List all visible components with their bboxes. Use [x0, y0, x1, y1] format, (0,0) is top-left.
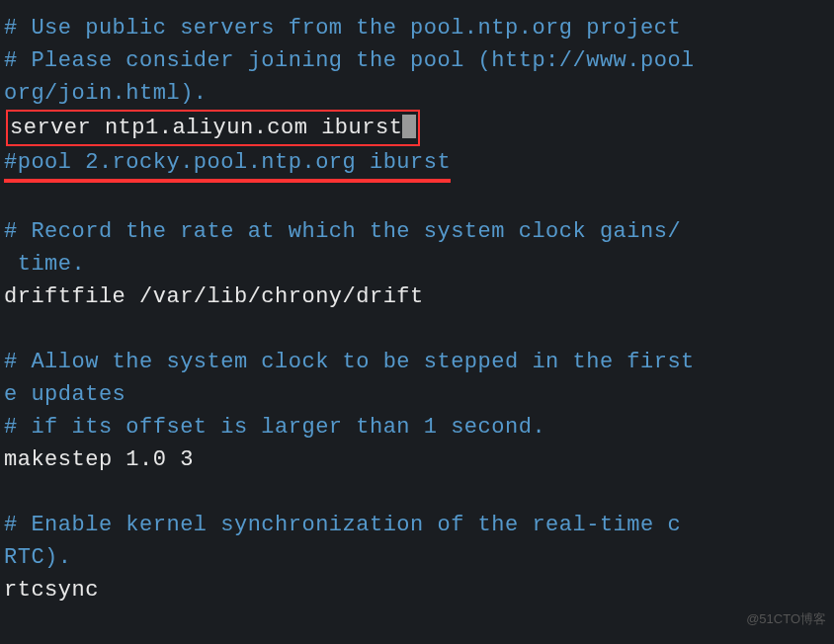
terminal-editor[interactable]: # Use public servers from the pool.ntp.o…: [4, 12, 830, 644]
config-comment-line: org/join.html).: [4, 77, 830, 110]
blank-line: [4, 183, 830, 215]
config-comment-line: e updates: [4, 378, 830, 411]
underline-annotation: #pool 2.rocky.pool.ntp.org iburst: [4, 146, 451, 183]
blank-line: [4, 606, 830, 639]
config-comment-line: # Enable hardware timestamping on all in…: [4, 639, 830, 644]
config-makestep-line: makestep 1.0 3: [4, 443, 830, 476]
blank-line: [4, 476, 830, 509]
blank-line: [4, 313, 830, 346]
config-rtcsync-line: rtcsync: [4, 574, 830, 606]
config-comment-line: # if its offset is larger than 1 second.: [4, 411, 830, 443]
watermark-text: @51CTO博客: [746, 609, 826, 629]
config-comment-line: # Enable kernel synchronization of the r…: [4, 509, 830, 541]
config-comment-line: # Record the rate at which the system cl…: [4, 215, 830, 248]
config-server-line: server ntp1.aliyun.com iburst: [4, 110, 830, 146]
config-comment-line: # Use public servers from the pool.ntp.o…: [4, 12, 830, 44]
cursor: [402, 115, 416, 138]
config-driftfile-line: driftfile /var/lib/chrony/drift: [4, 281, 830, 313]
config-pool-line: #pool 2.rocky.pool.ntp.org iburst: [4, 146, 830, 183]
config-comment-line: time.: [4, 248, 830, 281]
config-comment-line: RTC).: [4, 541, 830, 574]
config-comment-line: # Allow the system clock to be stepped i…: [4, 346, 830, 378]
config-comment-line: # Please consider joining the pool (http…: [4, 44, 830, 77]
highlight-box: server ntp1.aliyun.com iburst: [6, 110, 420, 146]
